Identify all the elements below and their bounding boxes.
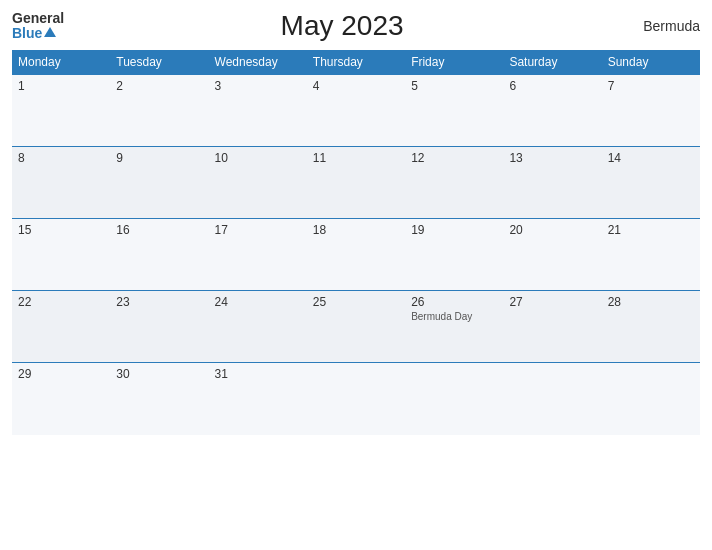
day-number: 2 (116, 79, 202, 93)
calendar-day-cell (503, 363, 601, 435)
calendar-title: May 2023 (64, 10, 620, 42)
weekday-header-saturday: Saturday (503, 50, 601, 75)
day-number: 12 (411, 151, 497, 165)
calendar-week-row: 293031 (12, 363, 700, 435)
weekday-header-row: MondayTuesdayWednesdayThursdayFridaySatu… (12, 50, 700, 75)
day-number: 26 (411, 295, 497, 309)
day-number: 9 (116, 151, 202, 165)
calendar-header: General Blue May 2023 Bermuda (12, 10, 700, 42)
weekday-header-monday: Monday (12, 50, 110, 75)
calendar-day-cell: 4 (307, 75, 405, 147)
calendar-day-cell: 21 (602, 219, 700, 291)
calendar-day-cell: 11 (307, 147, 405, 219)
calendar-day-cell: 12 (405, 147, 503, 219)
calendar-day-cell (405, 363, 503, 435)
day-number: 14 (608, 151, 694, 165)
day-number: 11 (313, 151, 399, 165)
region-label: Bermuda (620, 18, 700, 34)
calendar-day-cell: 7 (602, 75, 700, 147)
calendar-day-cell: 14 (602, 147, 700, 219)
day-number: 31 (215, 367, 301, 381)
calendar-day-cell: 15 (12, 219, 110, 291)
day-number: 23 (116, 295, 202, 309)
calendar-day-cell: 10 (209, 147, 307, 219)
calendar-day-cell (602, 363, 700, 435)
day-number: 1 (18, 79, 104, 93)
calendar-week-row: 2223242526Bermuda Day2728 (12, 291, 700, 363)
calendar-table: MondayTuesdayWednesdayThursdayFridaySatu… (12, 50, 700, 435)
calendar-day-cell: 26Bermuda Day (405, 291, 503, 363)
day-number: 7 (608, 79, 694, 93)
calendar-week-row: 891011121314 (12, 147, 700, 219)
day-number: 10 (215, 151, 301, 165)
day-number: 27 (509, 295, 595, 309)
calendar-day-cell: 6 (503, 75, 601, 147)
calendar-day-cell: 3 (209, 75, 307, 147)
calendar-day-cell: 31 (209, 363, 307, 435)
calendar-day-cell: 24 (209, 291, 307, 363)
day-number: 13 (509, 151, 595, 165)
day-number: 17 (215, 223, 301, 237)
calendar-day-cell: 8 (12, 147, 110, 219)
calendar-day-cell: 2 (110, 75, 208, 147)
calendar-day-cell: 1 (12, 75, 110, 147)
day-number: 28 (608, 295, 694, 309)
weekday-header-sunday: Sunday (602, 50, 700, 75)
calendar-day-cell: 22 (12, 291, 110, 363)
logo-blue-text: Blue (12, 26, 42, 41)
day-number: 3 (215, 79, 301, 93)
day-number: 18 (313, 223, 399, 237)
logo-triangle-icon (44, 27, 56, 37)
calendar-day-cell: 16 (110, 219, 208, 291)
logo: General Blue (12, 11, 64, 42)
day-number: 15 (18, 223, 104, 237)
calendar-day-cell: 13 (503, 147, 601, 219)
day-number: 29 (18, 367, 104, 381)
day-number: 24 (215, 295, 301, 309)
day-number: 4 (313, 79, 399, 93)
holiday-label: Bermuda Day (411, 311, 497, 322)
calendar-container: General Blue May 2023 Bermuda MondayTues… (0, 0, 712, 550)
day-number: 20 (509, 223, 595, 237)
calendar-day-cell: 28 (602, 291, 700, 363)
calendar-day-cell: 29 (12, 363, 110, 435)
calendar-day-cell: 23 (110, 291, 208, 363)
calendar-day-cell: 5 (405, 75, 503, 147)
calendar-day-cell: 20 (503, 219, 601, 291)
day-number: 25 (313, 295, 399, 309)
calendar-day-cell: 18 (307, 219, 405, 291)
logo-general-text: General (12, 11, 64, 26)
calendar-day-cell: 27 (503, 291, 601, 363)
day-number: 22 (18, 295, 104, 309)
day-number: 21 (608, 223, 694, 237)
day-number: 6 (509, 79, 595, 93)
calendar-day-cell: 17 (209, 219, 307, 291)
day-number: 5 (411, 79, 497, 93)
day-number: 8 (18, 151, 104, 165)
calendar-day-cell: 9 (110, 147, 208, 219)
calendar-week-row: 15161718192021 (12, 219, 700, 291)
logo-blue-row: Blue (12, 26, 56, 41)
day-number: 16 (116, 223, 202, 237)
day-number: 30 (116, 367, 202, 381)
calendar-day-cell: 25 (307, 291, 405, 363)
weekday-header-wednesday: Wednesday (209, 50, 307, 75)
weekday-header-tuesday: Tuesday (110, 50, 208, 75)
calendar-week-row: 1234567 (12, 75, 700, 147)
weekday-header-thursday: Thursday (307, 50, 405, 75)
day-number: 19 (411, 223, 497, 237)
calendar-day-cell: 30 (110, 363, 208, 435)
calendar-day-cell (307, 363, 405, 435)
calendar-day-cell: 19 (405, 219, 503, 291)
weekday-header-friday: Friday (405, 50, 503, 75)
